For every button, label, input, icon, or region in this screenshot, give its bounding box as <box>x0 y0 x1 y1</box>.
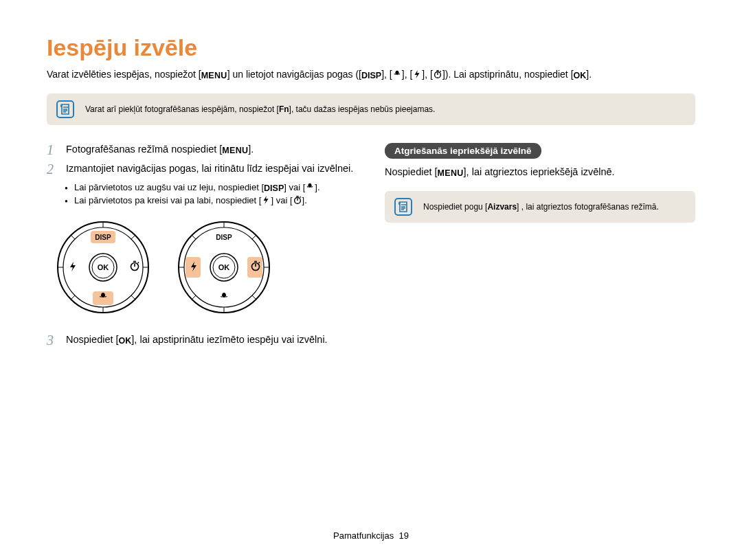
note-right-text: Nospiediet pogu [Aizvars] , lai atgriezt… <box>423 202 659 212</box>
note-icon <box>394 198 412 216</box>
disp-button-label: DISP <box>264 182 284 194</box>
fn-label: Fn <box>279 104 289 114</box>
disp-button-label: DISP <box>361 70 381 82</box>
step-1-pre: Fotografēšanas režīmā nospiediet [ <box>66 144 222 155</box>
svg-line-11 <box>131 295 135 299</box>
svg-line-10 <box>71 295 75 299</box>
ok-button-label: OK <box>574 70 587 82</box>
step-3-num: 3 <box>47 333 59 347</box>
note-top-pre: Varat arī piekļūt fotografēšanas iespējā… <box>85 104 279 114</box>
step-2-bullets: Lai pārvietotos uz augšu vai uz leju, no… <box>65 181 357 208</box>
intro-part1: Varat izvēlēties iespējas, nospiežot [ <box>47 69 201 80</box>
right-body-post: ], lai atgrieztos iepriekšējā izvēlnē. <box>464 166 615 177</box>
b1-mid: ] vai [ <box>284 182 305 192</box>
timer-icon <box>293 195 302 205</box>
svg-line-26 <box>252 295 256 299</box>
content-columns: 1 Fotografēšanas režīmā nospiediet [MENU… <box>47 143 695 353</box>
right-body-pre: Nospiediet [ <box>385 166 438 177</box>
note-box-right: Nospiediet pogu [Aizvars] , lai atgriezt… <box>385 191 695 223</box>
macro-icon <box>305 182 315 192</box>
dial-ok-label: OK <box>98 263 109 271</box>
b2-pre: Lai pārvietotos pa kreisi vai pa labi, n… <box>74 195 261 205</box>
note-icon <box>56 100 74 118</box>
intro-part5: ], [ <box>422 69 433 80</box>
dial-ok-label: OK <box>218 263 230 271</box>
footer-page-number: 19 <box>398 530 408 541</box>
dial-disp-label: DISP <box>95 234 111 241</box>
menu-button-label: MENU <box>201 70 227 82</box>
note-right-post: ] , lai atgrieztos fotografēšanas režīmā… <box>517 202 659 212</box>
note-top-post: ], taču dažas iespējas nebūs pieejamas. <box>289 104 436 114</box>
subsection-heading: Atgriešanās iepriekšējā izvēlnē <box>385 143 541 159</box>
menu-button-label: MENU <box>222 145 248 157</box>
intro-part6: ]). Lai apstiprinātu, nospiediet [ <box>442 69 574 80</box>
intro-part7: ]. <box>586 69 592 80</box>
intro-part2: ] un lietojot navigācijas pogas ([ <box>227 69 361 80</box>
page-title: Iespēju izvēle <box>47 34 695 61</box>
svg-line-8 <box>71 236 75 239</box>
shutter-label: Aizvars <box>487 202 517 212</box>
intro-part3: ], [ <box>381 69 392 80</box>
note-top-text: Varat arī piekļūt fotografēšanas iespējā… <box>85 104 435 114</box>
step-1: 1 Fotografēšanas režīmā nospiediet [MENU… <box>47 143 357 157</box>
step-3-pre: Nospiediet [ <box>66 334 119 345</box>
b1-post: ]. <box>315 182 319 192</box>
svg-line-23 <box>192 236 196 239</box>
dial-horizontal: DISP OK <box>176 219 272 315</box>
dial-illustrations: DISP OK <box>55 219 357 315</box>
bullet-1: Lai pārvietotos uz augšu vai uz leju, no… <box>65 181 357 194</box>
ok-button-label: OK <box>119 335 132 347</box>
left-column: 1 Fotografēšanas režīmā nospiediet [MENU… <box>47 143 357 353</box>
step-3-post: ], lai apstiprinātu iezīmēto iespēju vai… <box>131 334 327 345</box>
page-footer: Pamatfunkcijas 19 <box>0 530 742 541</box>
step-2: 2 Izmantojiet navigācijas pogas, lai rit… <box>47 162 357 176</box>
intro-text: Varat izvēlēties iespējas, nospiežot [ME… <box>47 68 695 82</box>
right-body-text: Nospiediet [MENU], lai atgrieztos ieprie… <box>385 166 695 179</box>
macro-icon <box>392 69 402 79</box>
step-2-num: 2 <box>47 162 59 176</box>
step-1-post: ]. <box>248 144 254 155</box>
timer-icon <box>433 69 442 79</box>
dial-vertical: DISP OK <box>55 219 151 315</box>
note-right-pre: Nospiediet pogu [ <box>423 202 487 212</box>
step-3-body: Nospiediet [OK], lai apstiprinātu iezīmē… <box>66 333 357 347</box>
svg-line-24 <box>252 236 256 239</box>
dial-disp-label: DISP <box>216 234 232 241</box>
b2-post: ]. <box>302 195 307 205</box>
footer-label: Pamatfunkcijas <box>333 530 394 541</box>
menu-button-label: MENU <box>438 168 464 179</box>
b1-pre: Lai pārvietotos uz augšu vai uz leju, no… <box>74 182 264 192</box>
bullet-2: Lai pārvietotos pa kreisi vai pa labi, n… <box>65 194 357 208</box>
b2-mid: ] vai [ <box>271 195 292 205</box>
flash-icon <box>261 195 271 205</box>
intro-part4: ], [ <box>402 69 413 80</box>
right-column: Atgriešanās iepriekšējā izvēlnē Nospiedi… <box>385 143 695 353</box>
svg-line-25 <box>192 295 196 299</box>
step-1-body: Fotografēšanas režīmā nospiediet [MENU]. <box>66 143 357 157</box>
svg-line-9 <box>131 236 135 239</box>
step-3: 3 Nospiediet [OK], lai apstiprinātu iezī… <box>47 333 357 347</box>
step-2-body: Izmantojiet navigācijas pogas, lai ritin… <box>66 162 357 176</box>
step-1-num: 1 <box>47 143 59 157</box>
note-box-top: Varat arī piekļūt fotografēšanas iespējā… <box>47 93 695 125</box>
flash-icon <box>412 69 422 79</box>
svg-rect-28 <box>247 257 262 278</box>
